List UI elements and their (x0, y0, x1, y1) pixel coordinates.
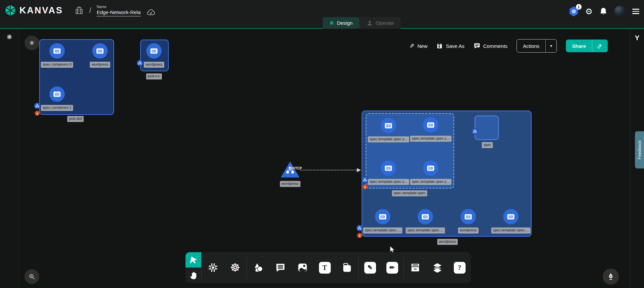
tool-component[interactable] (206, 261, 220, 274)
copy-link-icon[interactable] (592, 40, 608, 52)
canvas-toolbar: ☸T✎✏? (185, 252, 471, 283)
menu-hamburger-icon[interactable] (632, 9, 639, 14)
tab-operate[interactable]: Operate (360, 17, 401, 29)
node-label: wordpress (144, 62, 164, 68)
kubernetes-context-count-badge: 1 (576, 4, 582, 10)
node-label: spec.template.spec.... (363, 227, 402, 233)
relationship-badge[interactable] (472, 128, 478, 135)
tab-design-label: Design (337, 20, 353, 26)
container-icon (378, 212, 387, 221)
node-container[interactable] (381, 160, 396, 176)
node-container[interactable] (423, 160, 438, 176)
feedback-label: Feedback (637, 140, 642, 159)
node-container[interactable] (146, 43, 162, 59)
error-count-badge[interactable]: 3 (357, 233, 362, 238)
tool-select[interactable] (185, 252, 201, 268)
node-container[interactable] (49, 43, 65, 59)
design-name-input[interactable] (97, 9, 141, 16)
save-as-button[interactable]: Save As (436, 43, 464, 49)
toolbar-group: ? (404, 252, 471, 283)
settings-gear-icon[interactable]: ⚙ (585, 7, 593, 16)
tab-operate-label: Operate (376, 20, 394, 26)
node-container[interactable] (418, 209, 433, 224)
user-avatar[interactable] (614, 6, 626, 17)
container-icon (426, 163, 435, 173)
relationship-badge[interactable] (34, 103, 41, 109)
tool-pencil[interactable]: ✏ (385, 261, 399, 274)
tool-note[interactable] (340, 261, 354, 274)
app-header: KANVAS / Name ❋ Design Operate ☸ (0, 0, 644, 29)
node-label: spec.template.spec.s... (368, 136, 409, 142)
right-dock-icon[interactable]: Y (635, 34, 639, 42)
kanvas-logo-icon[interactable] (5, 4, 16, 16)
container-icon (95, 46, 105, 56)
toolbar-primary-tools (185, 252, 201, 283)
tool-kubernetes[interactable]: ☸ (228, 261, 242, 274)
relationship-badge[interactable] (362, 177, 368, 183)
error-count-badge[interactable]: 2 (35, 111, 40, 116)
validate-pen-button[interactable] (603, 269, 619, 285)
hierarchy-icon (138, 61, 142, 65)
share-button[interactable]: Share (566, 40, 592, 52)
new-button[interactable]: ✎ New (410, 43, 427, 50)
node-container[interactable] (423, 117, 438, 133)
comments-button[interactable]: Comments (474, 43, 508, 49)
organization-icon[interactable] (75, 6, 83, 15)
hierarchy-icon (36, 104, 39, 108)
flower-gear-icon: ✳ (29, 39, 35, 47)
logo-wordmark: KANVAS (19, 5, 63, 16)
save-as-button-label: Save As (446, 43, 464, 49)
tool-pen[interactable]: ✎ (363, 261, 377, 274)
relationship-badge[interactable] (137, 60, 143, 66)
notifications-bell-icon[interactable] (599, 7, 607, 16)
node-label: spec.containers.0 (41, 62, 73, 68)
tool-text[interactable]: T (318, 261, 331, 274)
container-icon (52, 89, 62, 99)
save-icon (436, 43, 443, 49)
tool-shapes[interactable] (252, 261, 265, 274)
design-actions-bar: ✎ New Save As Comments Actions ▾ Share (410, 39, 608, 53)
tool-pan[interactable] (185, 268, 201, 283)
node-container[interactable] (375, 209, 390, 224)
group-spec-template-spec[interactable] (366, 113, 454, 189)
container-icon (426, 120, 435, 130)
group-label-deployment-wordpress: wordpress (437, 239, 458, 245)
feedback-tab[interactable]: Feedback (635, 131, 644, 168)
tool-help[interactable]: ? (453, 261, 466, 274)
kubernetes-context-button[interactable]: ☸ 1 (569, 6, 579, 16)
pencil-icon: ✎ (410, 43, 414, 50)
tool-comment[interactable] (274, 261, 287, 274)
node-label: wordpress (458, 227, 479, 233)
zoom-button[interactable] (24, 269, 39, 284)
node-container[interactable] (381, 118, 396, 133)
cloud-sync-icon (146, 9, 156, 16)
tool-image[interactable] (296, 261, 309, 274)
error-count-badge[interactable]: 3 (363, 185, 368, 190)
actions-button[interactable]: Actions (517, 40, 545, 52)
node-container[interactable] (49, 86, 65, 102)
actions-dropdown-arrow[interactable]: ▾ (545, 40, 556, 52)
node-label: spec.template.spec.... (491, 227, 531, 233)
node-label: spec.template.spec.... (406, 227, 445, 233)
tab-design[interactable]: ❋ Design (323, 17, 360, 29)
tool-layers[interactable] (431, 261, 444, 274)
hierarchy-icon (358, 226, 362, 230)
edge-port-label: 80/TCP (290, 166, 302, 170)
node-label: spec.template.spec.s... (410, 136, 451, 142)
toolbar-group: ✎✏ (359, 252, 404, 283)
breadcrumb-separator: / (89, 6, 91, 15)
node-label: wordpress (90, 62, 110, 68)
node-container[interactable] (461, 209, 476, 224)
comments-button-label: Comments (483, 43, 508, 49)
design-canvas[interactable]: pod-skdpod-rccwordpressspec.template.spe… (19, 29, 630, 288)
container-icon (52, 46, 62, 56)
design-name-label: Name (97, 5, 141, 9)
tool-drawer[interactable] (409, 261, 422, 274)
group-spec[interactable] (475, 116, 499, 140)
meshery-spinner-icon[interactable]: ❋ (7, 33, 12, 41)
node-container[interactable] (92, 43, 108, 59)
canvas-settings-button[interactable]: ✳ (24, 35, 39, 50)
node-label: spec.containers.1 (41, 105, 73, 111)
node-container[interactable] (503, 209, 519, 224)
relationship-badge[interactable] (357, 225, 363, 231)
